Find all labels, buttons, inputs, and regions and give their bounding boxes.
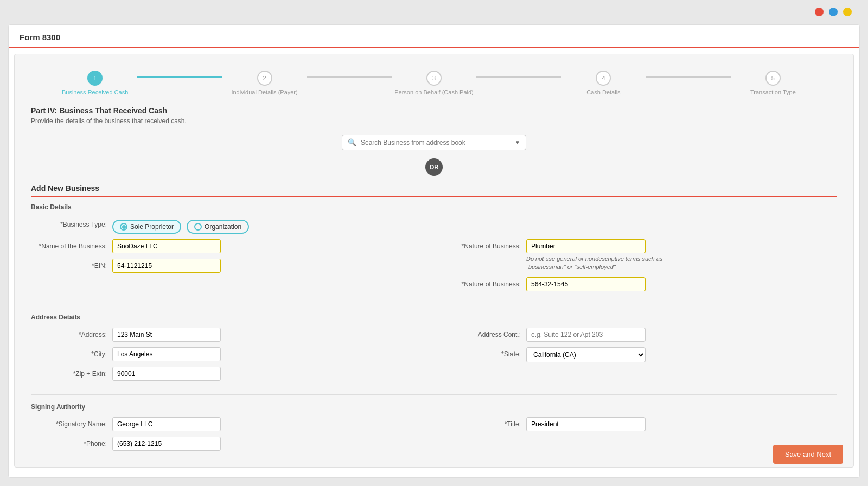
step-circle-3: 3 — [426, 71, 442, 86]
part-title: Part IV: Business That Received Cash — [31, 106, 837, 115]
search-bar[interactable]: 🔍 ▼ — [342, 135, 526, 150]
zip-row: *Zip + Extn: — [31, 367, 423, 381]
content-area: 1 Business Received Cash 2 Individual De… — [14, 54, 854, 468]
title-input[interactable] — [526, 417, 646, 431]
signatory-input[interactable] — [112, 417, 221, 431]
address-row: *Address: — [31, 328, 423, 342]
name-row: *Name of the Business: — [31, 239, 423, 253]
name-label: *Name of the Business: — [31, 239, 112, 250]
form-left-col: *Name of the Business: *EIN: — [31, 239, 423, 297]
city-input[interactable] — [112, 347, 221, 361]
search-container: 🔍 ▼ — [31, 135, 837, 150]
radio-dot-org — [194, 223, 202, 231]
ein-label: *EIN: — [31, 259, 112, 270]
step-line-3-4 — [476, 76, 561, 78]
zip-input[interactable] — [112, 367, 221, 381]
step-2: 2 Individual Details (Payer) — [222, 71, 307, 95]
signing-two-col: *Signatory Name: *Phone: *Title: — [31, 417, 837, 456]
title-row: *Title: — [445, 417, 837, 431]
divider-1 — [31, 305, 837, 305]
search-input[interactable] — [361, 139, 515, 146]
step-label-1: Business Received Cash — [62, 89, 128, 95]
or-divider: OR — [31, 158, 837, 176]
step-line-4-5 — [646, 76, 731, 78]
save-next-button[interactable]: Save and Next — [773, 445, 843, 464]
progress-steps: 1 Business Received Cash 2 Individual De… — [31, 65, 837, 106]
address-cont-input[interactable] — [526, 328, 646, 342]
divider-2 — [31, 394, 837, 395]
address-label: *Address: — [31, 328, 112, 338]
part-subtitle: Provide the details of the business that… — [31, 117, 837, 125]
blue-window-button[interactable] — [829, 8, 838, 16]
nature-label: *Nature of Business: — [445, 239, 526, 250]
state-select[interactable]: California (CA) — [526, 347, 646, 362]
radio-organization[interactable]: Organization — [187, 220, 249, 234]
city-label: *City: — [31, 347, 112, 358]
step-circle-4: 4 — [596, 71, 611, 86]
business-type-radio-group: Sole Proprietor Organization — [112, 218, 249, 234]
ein-input[interactable] — [112, 259, 221, 273]
nature2-input[interactable] — [526, 277, 646, 291]
ein-row: *EIN: — [31, 259, 423, 273]
phone-input[interactable] — [112, 437, 221, 451]
nature-input[interactable] — [526, 239, 646, 253]
title-label: *Title: — [445, 417, 526, 428]
step-label-5: Transaction Type — [750, 89, 796, 95]
form-right-col: *Nature of Business: Do not use general … — [445, 239, 837, 297]
red-window-button[interactable] — [815, 8, 824, 16]
form-two-col: *Name of the Business: *EIN: *Nature of … — [31, 239, 837, 297]
address-left-col: *Address: *City: *Zip + Extn: — [31, 328, 423, 386]
step-3: 3 Person on Behalf (Cash Paid) — [392, 71, 476, 95]
search-icon: 🔍 — [348, 138, 356, 146]
app-title: Form 8300 — [20, 33, 848, 47]
yellow-window-button[interactable] — [843, 8, 852, 16]
search-dropdown-arrow[interactable]: ▼ — [515, 139, 520, 145]
footer-actions: Save and Next — [773, 445, 843, 464]
basic-details-title: Basic Details — [31, 203, 837, 211]
app-header: Form 8300 — [9, 25, 859, 48]
step-line-2-3 — [307, 76, 392, 78]
business-type-row: *Business Type: Sole Proprietor Organiza… — [31, 218, 837, 234]
phone-row: *Phone: — [31, 437, 423, 451]
nature-helper: Do not use general or nondescriptive ter… — [526, 255, 689, 272]
signing-section: Signing Authority *Signatory Name: *Phon… — [31, 403, 837, 456]
address-cont-label: Address Cont.: — [445, 328, 526, 338]
step-label-4: Cash Details — [586, 89, 620, 95]
nature-row: *Nature of Business: Do not use general … — [445, 239, 837, 272]
step-4: 4 Cash Details — [561, 71, 646, 95]
address-cont-row: Address Cont.: — [445, 328, 837, 342]
radio-sole-proprietor[interactable]: Sole Proprietor — [112, 220, 181, 234]
step-label-3: Person on Behalf (Cash Paid) — [394, 89, 474, 95]
address-title: Address Details — [31, 314, 837, 321]
business-type-label: *Business Type: — [31, 218, 112, 228]
state-row: *State: California (CA) — [445, 347, 837, 362]
step-circle-2: 2 — [257, 71, 272, 86]
address-right-col: Address Cont.: *State: California (CA) — [445, 328, 837, 386]
step-line-1-2 — [137, 76, 222, 78]
main-container: Form 8300 1 Business Received Cash 2 Ind… — [8, 24, 860, 478]
zip-label: *Zip + Extn: — [31, 367, 112, 378]
step-circle-5: 5 — [765, 71, 781, 86]
state-label: *State: — [445, 347, 526, 358]
or-label: OR — [425, 158, 443, 176]
name-input[interactable] — [112, 239, 221, 253]
radio-dot-sole — [120, 223, 127, 231]
radio-label-sole: Sole Proprietor — [130, 223, 174, 231]
add-business-header: Add New Business — [31, 184, 837, 197]
signatory-label: *Signatory Name: — [31, 417, 112, 428]
step-5: 5 Transaction Type — [731, 71, 815, 95]
address-two-col: *Address: *City: *Zip + Extn: Address Co… — [31, 328, 837, 386]
step-label-2: Individual Details (Payer) — [231, 89, 297, 95]
phone-label: *Phone: — [31, 437, 112, 447]
nature2-row: *Nature of Business: — [445, 277, 837, 291]
step-circle-1: 1 — [87, 71, 103, 86]
step-1: 1 Business Received Cash — [53, 71, 137, 95]
nature2-label: *Nature of Business: — [445, 277, 526, 288]
radio-label-org: Organization — [205, 223, 241, 231]
address-input[interactable] — [112, 328, 221, 342]
city-row: *City: — [31, 347, 423, 361]
signing-title: Signing Authority — [31, 403, 837, 411]
signatory-row: *Signatory Name: — [31, 417, 423, 431]
signing-left-col: *Signatory Name: *Phone: — [31, 417, 423, 456]
